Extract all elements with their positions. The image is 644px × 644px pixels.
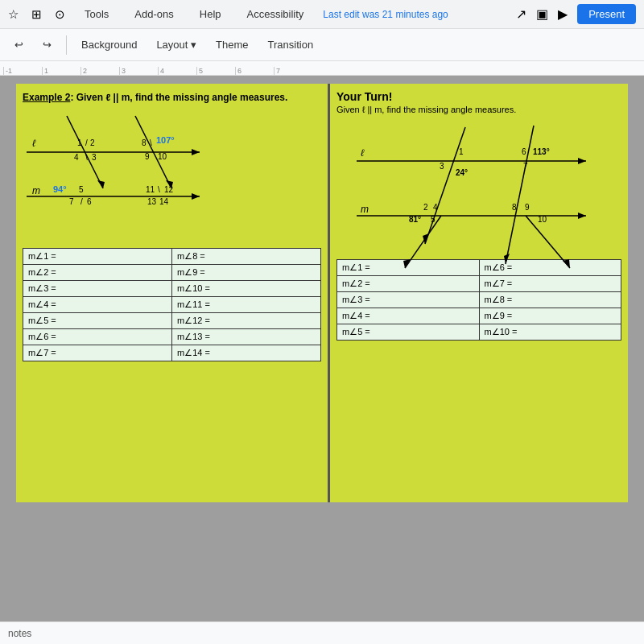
addons-menu[interactable]: Add-ons — [128, 6, 180, 22]
example-title: Example 2: Given ℓ || m, find the missin… — [23, 92, 321, 103]
tools-menu[interactable]: Tools — [78, 6, 115, 22]
ruler-mark: 1 — [42, 67, 80, 75]
ruler-mark: 6 — [235, 67, 274, 75]
svg-marker-20 — [192, 193, 200, 200]
redo-button[interactable]: ↪ — [35, 35, 60, 54]
notes-label: notes — [8, 628, 31, 639]
svg-text:m: m — [361, 204, 369, 215]
svg-text:10: 10 — [158, 152, 167, 161]
angle-cell: m∠1 = — [23, 249, 172, 265]
angle-cell: m∠11 = — [172, 297, 321, 313]
angle-cell: m∠13 = — [172, 329, 321, 345]
table-row: m∠2 = m∠9 = — [23, 265, 321, 281]
svg-marker-48 — [578, 213, 586, 219]
accessibility-menu[interactable]: Accessibility — [241, 6, 311, 22]
slide[interactable]: Example 2: Given ℓ || m, find the missin… — [16, 84, 628, 502]
angle-cell: m∠2 = — [23, 265, 172, 281]
left-angle-table: m∠1 = m∠8 = m∠2 = m∠9 = m∠3 = m∠10 = m∠4… — [23, 248, 321, 361]
angle-cell: m∠3 = — [337, 292, 480, 308]
svg-text:9: 9 — [145, 152, 150, 161]
svg-text:9: 9 — [525, 203, 530, 212]
angle-cell: m∠7 = — [23, 345, 172, 361]
svg-text:14: 14 — [159, 197, 169, 206]
svg-marker-34 — [578, 158, 586, 164]
angle-cell: m∠6 = — [23, 329, 172, 345]
layout-button[interactable]: Layout ▾ — [148, 35, 204, 54]
transition-button[interactable]: Transition — [260, 35, 322, 54]
right-section: Your Turn! Given ℓ || m, find the missin… — [330, 84, 628, 502]
svg-text:5: 5 — [79, 185, 84, 194]
svg-text:8: 8 — [512, 203, 517, 212]
svg-marker-1 — [192, 149, 200, 155]
ruler-mark: 3 — [119, 67, 158, 75]
svg-text:3: 3 — [92, 153, 97, 162]
svg-text:10: 10 — [538, 215, 547, 224]
angle-cell: m∠3 = — [23, 281, 172, 297]
svg-line-44 — [506, 126, 534, 264]
slide-panel[interactable]: Example 2: Given ℓ || m, find the missin… — [0, 76, 644, 621]
svg-line-42 — [425, 127, 465, 244]
background-button[interactable]: Background — [73, 35, 145, 54]
ruler-mark: 7 — [274, 67, 312, 75]
divider1 — [66, 35, 67, 55]
svg-text:3: 3 — [440, 162, 444, 171]
theme-button[interactable]: Theme — [208, 35, 256, 54]
help-menu[interactable]: Help — [193, 6, 228, 22]
svg-text:2: 2 — [423, 203, 428, 212]
ruler-mark: 4 — [158, 67, 196, 75]
svg-text:ℓ: ℓ — [32, 138, 36, 149]
ruler-mark: 5 — [196, 67, 235, 75]
left-section: Example 2: Given ℓ || m, find the missin… — [16, 84, 330, 502]
svg-marker-45 — [504, 254, 510, 264]
folder-icon[interactable]: ⊞ — [31, 7, 42, 22]
svg-marker-59 — [403, 259, 411, 268]
svg-text:6: 6 — [87, 197, 92, 206]
last-edit-link: Last edit was 21 minutes ago — [323, 9, 448, 20]
table-row: m∠6 = m∠13 = — [23, 329, 321, 345]
angle-cell: m∠12 = — [172, 313, 321, 329]
svg-text:m: m — [32, 185, 40, 196]
angle-cell: m∠8 = — [172, 249, 321, 265]
svg-text:2: 2 — [90, 138, 95, 147]
svg-text:11: 11 — [146, 185, 155, 194]
svg-text:\: \ — [158, 185, 160, 194]
angle-cell: m∠9 = — [172, 265, 321, 281]
ruler: -1 1 2 3 4 5 6 7 — [0, 61, 644, 76]
table-row: m∠3 = m∠10 = — [23, 281, 321, 297]
svg-text:81°: 81° — [409, 215, 421, 224]
comment-icon[interactable]: ▣ — [536, 6, 548, 22]
ruler-mark: -1 — [3, 67, 42, 75]
angle-cell: m∠9 = — [479, 308, 621, 324]
svg-text:12: 12 — [164, 185, 174, 194]
table-row: m∠4 = m∠9 = — [337, 308, 621, 324]
svg-text:1: 1 — [459, 147, 464, 156]
table-row: m∠3 = m∠8 = — [337, 292, 621, 308]
svg-text:6: 6 — [522, 147, 526, 156]
present-button[interactable]: Present — [577, 4, 636, 24]
notes-bar[interactable]: notes — [0, 621, 644, 644]
svg-marker-11 — [97, 180, 105, 188]
table-row: m∠5 = m∠10 = — [337, 324, 621, 341]
cloud-icon[interactable]: ⊙ — [55, 7, 65, 22]
your-turn-subtitle: Given ℓ || m, find the missing angle mea… — [336, 105, 621, 114]
trending-icon[interactable]: ↗ — [516, 6, 526, 22]
svg-text:/: / — [85, 138, 88, 147]
svg-text:24°: 24° — [456, 168, 468, 177]
undo-button[interactable]: ↩ — [6, 35, 31, 54]
right-diagram: ℓ 1 3 6 113° 7 — [336, 119, 621, 256]
present-icon[interactable]: ▶ — [558, 6, 568, 22]
svg-text:94°: 94° — [53, 184, 67, 194]
svg-text:13: 13 — [147, 197, 157, 206]
star-icon[interactable]: ☆ — [8, 7, 19, 22]
angle-cell: m∠10 = — [172, 281, 321, 297]
angle-cell: m∠4 = — [337, 308, 480, 324]
ruler-mark: 2 — [80, 67, 119, 75]
svg-text:5: 5 — [431, 215, 436, 224]
table-row: m∠7 = m∠14 = — [23, 345, 321, 361]
svg-text:4: 4 — [74, 153, 79, 162]
svg-text:107°: 107° — [156, 135, 175, 145]
svg-text:8: 8 — [142, 138, 147, 147]
table-row: m∠1 = m∠8 = — [23, 249, 321, 265]
angle-cell: m∠5 = — [337, 324, 480, 341]
angle-cell: m∠10 = — [479, 324, 621, 341]
